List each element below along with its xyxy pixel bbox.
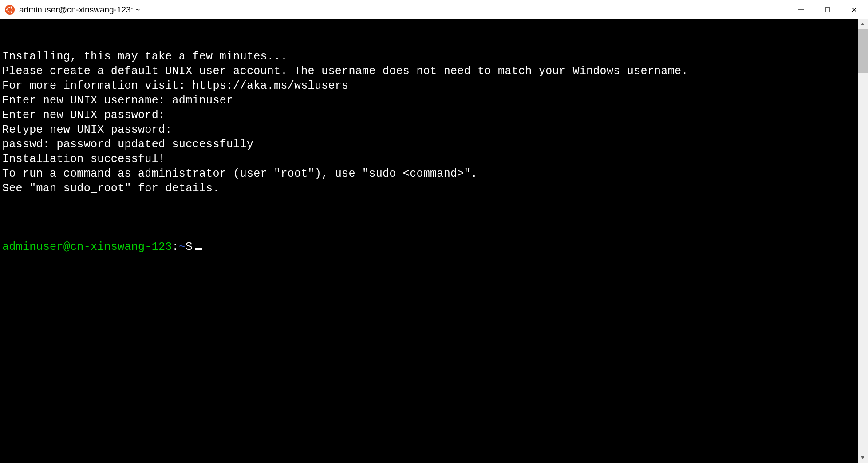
svg-marker-9	[861, 23, 864, 25]
terminal-line: Installing, this may take a few minutes.…	[2, 49, 858, 64]
cursor	[195, 248, 202, 250]
title-bar: adminuser@cn-xinswang-123: ~	[0, 0, 868, 19]
maximize-button[interactable]	[814, 0, 841, 19]
prompt-path: ~	[179, 241, 185, 253]
scrollbar[interactable]	[858, 19, 868, 463]
svg-point-3	[10, 6, 12, 8]
title-bar-controls	[788, 0, 868, 19]
terminal-line: Installation successful!	[2, 152, 858, 166]
svg-rect-6	[825, 8, 830, 12]
svg-point-2	[6, 9, 8, 11]
scroll-down-arrow[interactable]	[858, 453, 868, 463]
svg-point-4	[10, 12, 12, 13]
content-area: Installing, this may take a few minutes.…	[0, 19, 868, 463]
prompt-line: adminuser@cn-xinswang-123:~$	[2, 240, 858, 254]
terminal-line: To run a command as administrator (user …	[2, 166, 858, 181]
scroll-thumb[interactable]	[858, 29, 868, 73]
terminal-line: Enter new UNIX username: adminuser	[2, 93, 858, 108]
terminal-line: passwd: password updated successfully	[2, 137, 858, 152]
title-bar-left: adminuser@cn-xinswang-123: ~	[5, 5, 788, 15]
terminal-line: For more information visit: https://aka.…	[2, 79, 858, 93]
prompt-colon: :	[172, 241, 179, 253]
terminal-line: Please create a default UNIX user accoun…	[2, 64, 858, 79]
terminal-line: Retype new UNIX password:	[2, 123, 858, 137]
terminal-line: See "man sudo_root" for details.	[2, 181, 858, 196]
scroll-up-arrow[interactable]	[858, 19, 868, 29]
terminal-line	[2, 196, 858, 210]
window-title: adminuser@cn-xinswang-123: ~	[19, 5, 140, 15]
prompt-symbol: $	[185, 241, 192, 253]
terminal-window: adminuser@cn-xinswang-123: ~ Installing,…	[0, 0, 868, 463]
terminal-output[interactable]: Installing, this may take a few minutes.…	[0, 19, 858, 463]
ubuntu-icon	[5, 5, 15, 15]
close-button[interactable]	[841, 0, 868, 19]
minimize-button[interactable]	[788, 0, 814, 19]
svg-marker-10	[861, 456, 864, 459]
scroll-track[interactable]	[858, 29, 868, 453]
terminal-line: Enter new UNIX password:	[2, 108, 858, 123]
prompt-user-host: adminuser@cn-xinswang-123	[2, 241, 172, 253]
